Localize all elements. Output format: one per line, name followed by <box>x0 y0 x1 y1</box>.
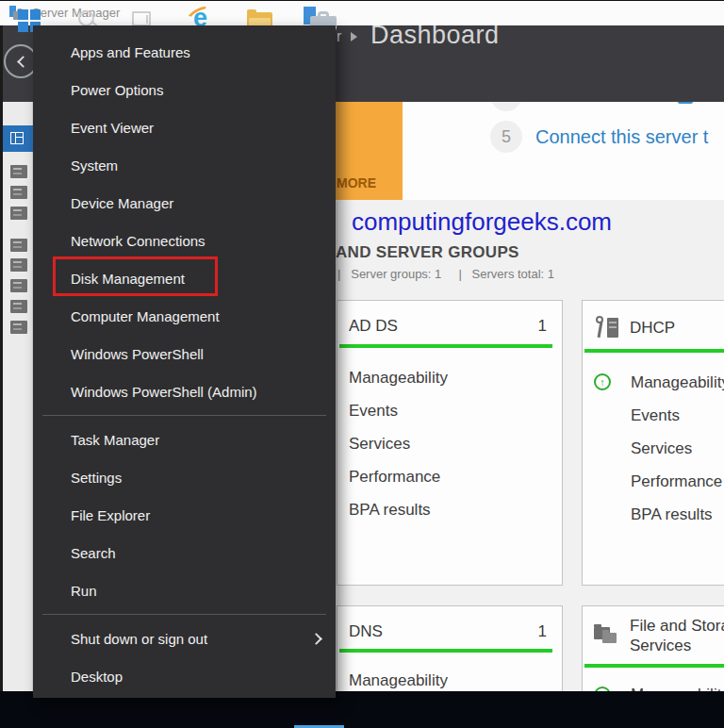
dashboard-icon <box>10 132 24 144</box>
role-icon[interactable] <box>10 321 27 334</box>
step-5-circle: 5 <box>490 121 522 153</box>
menu-item-computer-management[interactable]: Computer Management <box>33 297 336 335</box>
task-view-icon[interactable] <box>132 11 151 26</box>
menu-item-power-options[interactable]: Power Options <box>33 71 336 108</box>
card-title-dhcp[interactable]: DHCP <box>630 318 675 338</box>
card-title-ad-ds[interactable]: AD DS <box>349 316 398 336</box>
ad-ds-icon[interactable] <box>10 207 27 220</box>
dhcp-icon[interactable] <box>10 239 27 252</box>
menu-item-task-manager[interactable]: Task Manager <box>33 421 336 458</box>
file-storage-icon[interactable] <box>10 279 27 292</box>
all-servers-icon[interactable] <box>10 186 27 199</box>
disk-management-highlight-box <box>53 256 218 296</box>
winx-context-menu: Apps and Features Power Options Event Vi… <box>33 25 336 698</box>
menu-separator <box>42 415 326 416</box>
menu-item-network-connections[interactable]: Network Connections <box>33 222 336 259</box>
menu-item-desktop[interactable]: Desktop <box>33 657 336 695</box>
card-row-manageability[interactable]: Manageability <box>594 366 724 399</box>
menu-item-windows-powershell[interactable]: Windows PowerShell <box>33 335 336 372</box>
card-row-bpa-results[interactable]: BPA results <box>594 498 724 531</box>
sidebar-nav <box>0 102 33 691</box>
card-row-events[interactable]: Events <box>349 394 562 427</box>
learn-more-label: MORE <box>337 175 376 190</box>
menu-item-windows-powershell-admin[interactable]: Windows PowerShell (Admin) <box>33 372 336 410</box>
window-title: Server Manager <box>32 6 120 20</box>
card-row-events[interactable]: Events <box>594 399 724 432</box>
menu-item-event-viewer[interactable]: Event Viewer <box>33 108 336 146</box>
card-row-bpa-results[interactable]: BPA results <box>349 493 562 526</box>
role-card-ad-ds: AD DS 1 Manageability Events Services Pe… <box>337 300 563 586</box>
card-row-services[interactable]: Services <box>349 427 562 460</box>
card-count-ad-ds: 1 <box>538 317 547 336</box>
window-left-border <box>0 25 3 691</box>
connect-server-link[interactable]: Connect this server t <box>535 126 708 148</box>
role-card-dhcp: DHCP Manageability Events Services Perfo… <box>582 300 724 586</box>
back-arrow-icon <box>17 56 29 68</box>
card-title-dns[interactable]: DNS <box>349 621 383 641</box>
menu-item-run[interactable]: Run <box>33 571 336 609</box>
card-row-manageability[interactable]: Manageability <box>349 361 562 394</box>
roles-section-stats: | Server groups: 1 | Servers total: 1 <box>337 267 554 281</box>
file-storage-role-icon <box>594 623 622 648</box>
watermark-text: computingforgeeks.com <box>352 207 612 237</box>
card-title-file-storage[interactable]: File and Storage Services <box>630 616 724 656</box>
menu-item-shut-down-or-sign-out[interactable]: Shut down or sign out <box>33 620 336 657</box>
dns-icon[interactable] <box>10 258 27 272</box>
submenu-chevron-icon <box>310 633 322 645</box>
card-row-performance[interactable]: Performance <box>594 465 724 498</box>
menu-item-apps-and-features[interactable]: Apps and Features <box>33 33 336 71</box>
window-titlebar: Server Manager <box>0 0 724 25</box>
menu-item-settings[interactable]: Settings <box>33 458 336 496</box>
menu-item-device-manager[interactable]: Device Manager <box>33 184 336 222</box>
menu-item-search[interactable]: Search <box>33 534 336 571</box>
menu-separator <box>42 614 326 615</box>
breadcrumb-arrow-icon <box>351 32 357 41</box>
roles-section-heading: AND SERVER GROUPS <box>336 243 519 262</box>
local-server-icon[interactable] <box>10 165 27 178</box>
card-row-performance[interactable]: Performance <box>349 460 562 493</box>
dhcp-role-icon <box>594 316 620 340</box>
sidebar-item-dashboard[interactable] <box>3 125 33 152</box>
menu-item-system[interactable]: System <box>33 146 336 184</box>
card-row-services[interactable]: Services <box>594 432 724 465</box>
menu-item-file-explorer[interactable]: File Explorer <box>33 496 336 534</box>
card-count-dns: 1 <box>538 622 547 641</box>
status-up-icon <box>594 373 611 390</box>
iis-icon[interactable] <box>10 300 27 313</box>
